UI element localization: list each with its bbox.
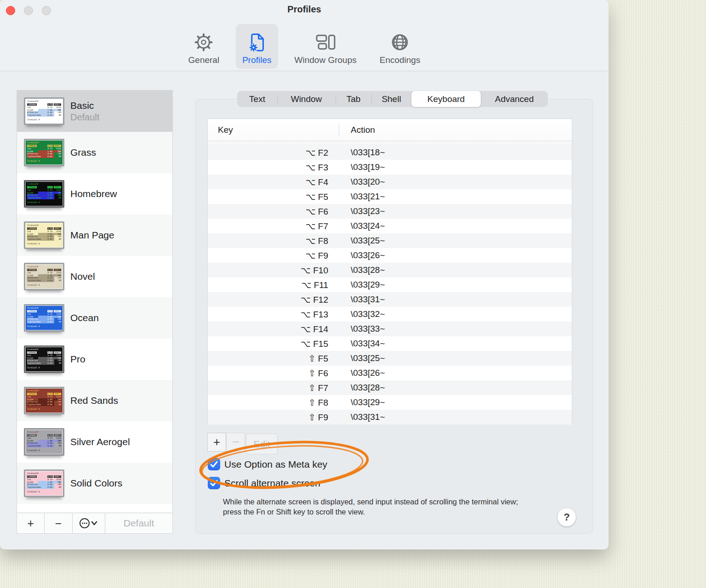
shortcut-row[interactable]: ⇧ F9\033[31~ <box>208 410 572 424</box>
tab-shell[interactable]: Shell <box>371 91 411 107</box>
profile-list-item-grass[interactable]: Terminal#COMMAND%CPURPRVTtop4.1%231KXcod… <box>17 132 172 173</box>
option-scroll-alternate-screen[interactable]: Scroll alternate screen <box>208 477 320 489</box>
globe-icon <box>389 31 411 53</box>
shortcut-action: \033[23~ <box>339 206 385 216</box>
profile-name: Homebrew <box>70 188 117 199</box>
thumb-header-chip: COMMAND <box>27 145 37 147</box>
shortcut-row[interactable]: ⇧ F6\033[26~ <box>208 366 572 380</box>
shortcut-row[interactable]: ⌥ F10\033[28~ <box>208 263 572 277</box>
thumbnail-terminal-preview: Terminal#COMMAND%CPURPRVTtop4.1%231KXcod… <box>25 347 63 372</box>
shortcut-action: \033[29~ <box>339 280 385 290</box>
thumb-title: Terminal# <box>27 390 61 392</box>
profile-thumbnail: Terminal#COMMAND%CPURPRVTtop4.1%231KXcod… <box>24 180 64 208</box>
thumb-process-row: loginwindow0.0%4M <box>27 238 61 241</box>
thumb-header-chip: RPRVT <box>54 351 61 354</box>
toolbar-item-general[interactable]: General <box>182 24 226 69</box>
shortcut-row[interactable]: ⌥ F11\033[29~ <box>208 277 572 292</box>
shortcut-row[interactable]: ⌥ F6\033[23~ <box>208 204 572 219</box>
profile-list-item-novel[interactable]: Terminal#COMMAND%CPURPRVTtop4.1%231KXcod… <box>17 256 172 297</box>
column-divider[interactable] <box>339 124 339 136</box>
toolbar-item-window-groups[interactable]: Window Groups <box>288 24 363 69</box>
thumb-header-chip: COMMAND <box>27 227 37 230</box>
toolbar-item-encodings[interactable]: Encodings <box>373 24 427 69</box>
shortcut-row[interactable]: ⌥ F4\033[20~ <box>208 175 572 189</box>
toolbar-item-label: Profiles <box>242 55 271 65</box>
thumb-prompt: Terminal # <box>27 284 61 287</box>
shortcut-key: ⇧ F8 <box>208 397 339 408</box>
option-use-option-as-meta[interactable]: Use Option as Meta key <box>208 458 327 470</box>
profile-actions-menu-button[interactable] <box>73 513 105 533</box>
tab-advanced[interactable]: Advanced <box>481 91 548 107</box>
profile-list-item-pro[interactable]: Terminal#COMMAND%CPURPRVTtop4.1%231KXcod… <box>17 339 172 380</box>
tab-text[interactable]: Text <box>237 91 277 107</box>
thumb-header-chip: %CPU <box>47 434 53 437</box>
profile-list-item-solid-colors[interactable]: Terminal#COMMAND%CPURPRVTtop4.1%231KXcod… <box>17 463 172 504</box>
titlebar: Profiles <box>0 0 609 20</box>
profile-list-item-red-sands[interactable]: Terminal#COMMAND%CPURPRVTtop4.1%231KXcod… <box>17 380 172 421</box>
profile-list-item-silver-aerogel[interactable]: Terminal#COMMAND%CPURPRVTtop4.1%231KXcod… <box>17 421 172 463</box>
checkbox-checked-icon[interactable] <box>208 458 220 470</box>
set-default-button[interactable]: Default <box>105 513 172 533</box>
thumb-header-row: COMMAND%CPURPRVT <box>27 475 61 478</box>
profile-tab-bar: TextWindowTabShellKeyboardAdvanced <box>237 91 548 107</box>
shortcut-key: ⌥ F5 <box>208 192 339 202</box>
thumb-process-row: loginwindow0.0%4M <box>27 321 61 323</box>
column-header-action: Action <box>339 125 375 135</box>
add-shortcut-button[interactable]: + <box>207 433 226 452</box>
profile-thumbnail: Terminal#COMMAND%CPURPRVTtop4.1%231KXcod… <box>24 304 64 332</box>
shortcut-row[interactable]: ⌥ F9\033[26~ <box>208 248 572 263</box>
thumbnail-terminal-preview: Terminal#COMMAND%CPURPRVTtop4.1%231KXcod… <box>25 471 63 496</box>
remove-profile-button[interactable]: − <box>45 513 73 533</box>
shortcut-row[interactable]: ⌥ F5\033[21~ <box>208 189 572 204</box>
option-label: Scroll alternate screen <box>224 478 320 489</box>
checkbox-checked-icon[interactable] <box>208 477 220 489</box>
shortcut-row[interactable]: ⌥ F2\033[18~ <box>208 145 572 160</box>
thumb-header-chip: %CPU <box>47 145 53 147</box>
help-button[interactable]: ? <box>558 508 576 526</box>
thumb-header-chip: RPRVT <box>54 186 61 189</box>
profile-list-item-homebrew[interactable]: Terminal#COMMAND%CPURPRVTtop4.1%231KXcod… <box>17 173 172 215</box>
table-actions: + − Edit <box>207 433 278 454</box>
shortcut-row[interactable]: ⇧ F8\033[29~ <box>208 395 572 410</box>
shortcut-key: ⌥ F8 <box>208 236 339 246</box>
thumb-header-chip: COMMAND <box>27 434 37 437</box>
remove-shortcut-button[interactable]: − <box>226 433 245 452</box>
shortcut-action: \033[34~ <box>339 339 385 349</box>
thumb-process-row: loginwindow0.0%4M <box>27 155 61 158</box>
thumb-prompt: Terminal # <box>27 325 61 328</box>
shortcut-key: ⇧ F9 <box>208 412 339 423</box>
shortcut-row[interactable]: ⌥ F14\033[33~ <box>208 322 572 336</box>
thumb-header-row: COMMAND%CPURPRVT <box>27 351 61 354</box>
add-profile-button[interactable]: + <box>17 513 45 533</box>
tab-tab[interactable]: Tab <box>336 91 371 107</box>
profile-text: BasicDefault <box>70 100 99 123</box>
profile-list-item-ocean[interactable]: Terminal#COMMAND%CPURPRVTtop4.1%231KXcod… <box>17 297 172 339</box>
thumb-header-chip: RPRVT <box>54 310 61 313</box>
profiles-sidebar: Terminal#COMMAND%CPURPRVTtop4.1%231KXcod… <box>17 90 173 534</box>
shortcut-row[interactable]: ⇧ F7\033[28~ <box>208 380 572 395</box>
toolbar-item-profiles[interactable]: Profiles <box>236 24 278 69</box>
shortcut-row[interactable]: ⌥ F3\033[19~ <box>208 160 572 175</box>
tab-keyboard[interactable]: Keyboard <box>411 91 481 107</box>
shortcut-action: \033[33~ <box>339 324 385 334</box>
thumb-header-chip: RPRVT <box>54 145 61 147</box>
desktop: { "window": { "title": "Profiles" }, "to… <box>0 0 706 588</box>
shortcut-row[interactable]: ⌥ F12\033[31~ <box>208 292 572 307</box>
shortcut-row[interactable]: ⌥ F13\033[32~ <box>208 307 572 322</box>
shortcut-row[interactable]: ⌥ F8\033[25~ <box>208 233 572 248</box>
thumbnail-terminal-preview: Terminal#COMMAND%CPURPRVTtop4.1%231KXcod… <box>25 140 63 165</box>
tab-window[interactable]: Window <box>277 91 336 107</box>
profile-default-badge: Default <box>70 112 99 123</box>
profile-list-item-man-page[interactable]: Terminal#COMMAND%CPURPRVTtop4.1%231KXcod… <box>17 215 172 256</box>
thumb-header-row: COMMAND%CPURPRVT <box>27 393 61 396</box>
shortcut-row[interactable]: ⇧ F5\033[25~ <box>208 351 572 366</box>
profile-name: Basic <box>70 100 99 111</box>
profile-list-item-basic[interactable]: Terminal#COMMAND%CPURPRVTtop4.1%231KXcod… <box>17 90 172 132</box>
shortcut-action: \033[18~ <box>339 147 385 158</box>
thumbnail-terminal-preview: Terminal#COMMAND%CPURPRVTtop4.1%231KXcod… <box>25 264 63 289</box>
alternate-screen-help-text: While the alternate screen is displayed,… <box>223 497 529 517</box>
thumb-header-row: COMMAND%CPURPRVT <box>27 310 61 313</box>
shortcut-row[interactable]: ⌥ F15\033[34~ <box>208 336 572 351</box>
thumb-header-row: COMMAND%CPURPRVT <box>27 434 61 437</box>
shortcut-row[interactable]: ⌥ F7\033[24~ <box>208 219 572 233</box>
